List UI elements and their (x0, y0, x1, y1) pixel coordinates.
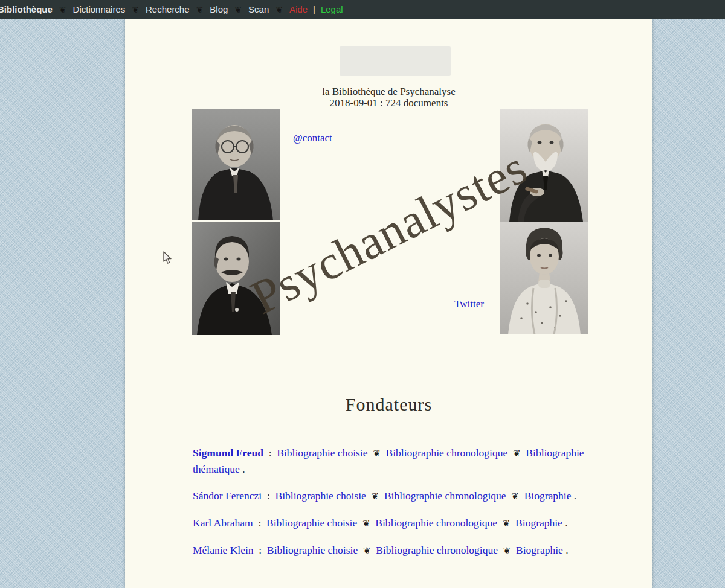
founders-list: Sigmund Freud : Bibliographie choisie ❦ … (193, 445, 596, 569)
nav-divider: | (313, 4, 315, 14)
fondateurs-heading: Fondateurs (125, 394, 652, 415)
nav-item-scan[interactable]: Scan (247, 4, 270, 14)
founder-name-link[interactable]: Sigmund Freud (193, 447, 263, 459)
logo-placeholder-box (340, 46, 451, 76)
founder-period: . (571, 490, 576, 502)
site-subtitle: 2018-09-01 : 724 documents (125, 97, 652, 109)
bibliography-link[interactable]: Bibliographie chronologique (384, 490, 506, 502)
founder-row: Karl Abraham : Bibliographie choisie ❦ B… (193, 515, 596, 531)
twitter-link[interactable]: Twitter (454, 298, 484, 310)
fleuron-icon: ❦ (132, 5, 139, 14)
nav-item-legal[interactable]: Legal (320, 4, 344, 14)
fleuron-icon: ❦ (234, 5, 242, 14)
mouse-cursor (163, 251, 172, 264)
fleuron-icon: ❦ (196, 5, 204, 14)
bibliography-link[interactable]: Biographie (524, 490, 572, 502)
fleuron-icon: ❦ (367, 448, 385, 459)
page: Bibliothèque❦Dictionnaires❦Recherche❦Blo… (0, 0, 725, 588)
bibliography-link[interactable]: Bibliographie choisie (267, 544, 358, 556)
fleuron-icon: ❦ (498, 545, 516, 556)
bibliography-link[interactable]: Bibliographie chronologique (375, 517, 497, 529)
top-navbar: Bibliothèque❦Dictionnaires❦Recherche❦Blo… (0, 0, 725, 19)
founder-name-link[interactable]: Karl Abraham (193, 517, 253, 529)
founder-colon: : (253, 517, 266, 529)
founder-colon: : (263, 447, 277, 459)
bibliography-link[interactable]: Biographie (516, 544, 563, 556)
founder-colon: : (262, 490, 275, 502)
founder-colon: : (254, 544, 267, 556)
nav-item-recherche[interactable]: Recherche (144, 4, 191, 14)
portrait-ferenczi-photo (192, 109, 280, 220)
site-title-block: la Bibliothèque de Psychanalyse 2018-09-… (125, 86, 652, 109)
nav-item-blog[interactable]: Blog (208, 4, 229, 14)
founder-period: . (240, 463, 245, 475)
psychanalystes-watermark: Psychanalystes (242, 139, 535, 325)
founder-period: . (563, 544, 569, 556)
main-content: la Bibliothèque de Psychanalyse 2018-09-… (125, 19, 652, 588)
founder-row: Sándor Ferenczi : Bibliographie choisie … (193, 488, 596, 504)
bibliography-link[interactable]: Bibliographie choisie (266, 517, 357, 529)
nav-item-dictionnaires[interactable]: Dictionnaires (72, 4, 127, 14)
founder-row: Mélanie Klein : Bibliographie choisie ❦ … (193, 542, 596, 558)
bibliography-link[interactable]: Bibliographie chronologique (376, 544, 498, 556)
bibliography-link[interactable]: Bibliographie chronologique (386, 447, 508, 459)
fleuron-icon: ❦ (497, 518, 515, 529)
fleuron-icon: ❦ (357, 518, 375, 529)
nav-item-bibliotheque[interactable]: Bibliothèque (0, 4, 54, 14)
founder-period: . (562, 517, 568, 529)
contact-link[interactable]: @contact (293, 132, 332, 144)
fleuron-icon: ❦ (358, 545, 376, 556)
founder-name-link[interactable]: Mélanie Klein (193, 544, 254, 556)
fleuron-icon: ❦ (506, 491, 524, 502)
bibliography-link[interactable]: Biographie (515, 517, 562, 529)
portrait-klein-photo (500, 222, 587, 334)
bibliography-link[interactable]: Bibliographie choisie (277, 447, 367, 459)
fleuron-icon: ❦ (366, 491, 384, 502)
bibliography-link[interactable]: Bibliographie choisie (276, 490, 366, 502)
fleuron-icon: ❦ (59, 5, 66, 14)
fleuron-icon: ❦ (507, 448, 526, 459)
founder-row: Sigmund Freud : Bibliographie choisie ❦ … (193, 445, 596, 477)
nav-item-aide[interactable]: Aide (288, 4, 309, 14)
fleuron-icon: ❦ (276, 5, 283, 14)
site-title: la Bibliothèque de Psychanalyse (125, 86, 652, 97)
founder-name-link[interactable]: Sándor Ferenczi (193, 490, 262, 502)
